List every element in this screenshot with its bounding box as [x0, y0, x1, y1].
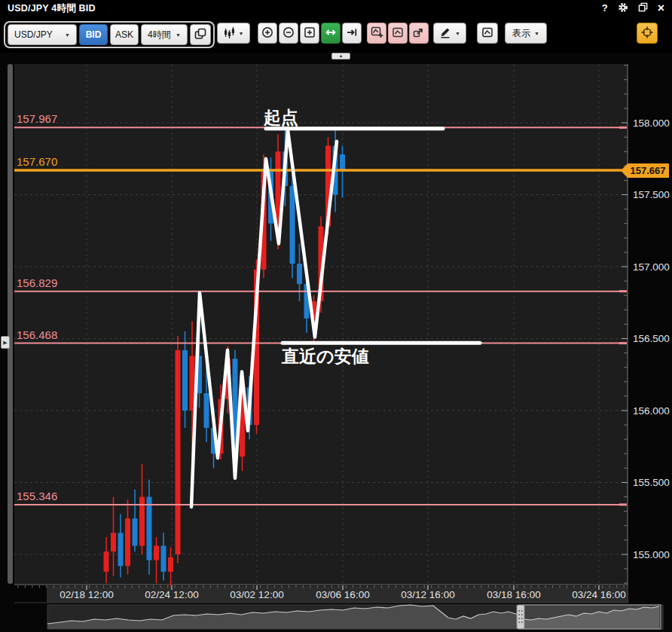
indicator-button[interactable] — [477, 23, 498, 44]
crosshair-target-icon — [640, 26, 654, 41]
symbol-group: USD/JPY ▼ BID ASK 4時間 ▼ — [4, 21, 215, 48]
price-tick-label: 157.500 — [633, 189, 670, 200]
candle-body — [290, 186, 295, 264]
chart-canvas[interactable]: 158.000157.500157.000156.500156.000155.5… — [0, 0, 672, 632]
pencil-icon — [439, 26, 451, 41]
zoom-reset-button[interactable] — [300, 23, 319, 44]
candle-body — [182, 350, 188, 411]
candle-body — [111, 533, 116, 551]
chevron-down-icon: ▼ — [534, 31, 539, 36]
expand-side-panel-button[interactable]: ▶ — [1, 336, 10, 349]
date-tick-label: 03/12 16:00 — [401, 589, 454, 600]
add-chart-button[interactable] — [367, 23, 386, 44]
titlebar-icons: ? × — [602, 2, 664, 15]
chart-type-select[interactable]: ▼ — [217, 23, 250, 44]
chart-window-icon — [392, 26, 404, 41]
annotation-text: 直近の安値 — [281, 347, 369, 366]
candle-body — [118, 533, 124, 566]
chart-window: 158.000157.500157.000156.500156.000155.5… — [0, 0, 672, 632]
candle-body — [204, 393, 209, 428]
symbol-select[interactable]: USD/JPY ▼ — [8, 24, 77, 45]
date-tick-label: 02/18 12:00 — [60, 589, 113, 600]
svg-text:157.667: 157.667 — [631, 165, 666, 176]
date-tick-label: 02/24 12:00 — [145, 589, 198, 600]
zoom-out-icon — [283, 26, 295, 41]
help-icon[interactable]: ? — [602, 3, 608, 14]
annotation-text: 起点 — [263, 108, 298, 127]
chart-plot-area — [14, 64, 628, 584]
fit-width-button-active[interactable] — [321, 23, 341, 44]
price-line-label: 157.967 — [17, 112, 57, 125]
collapse-toolbar-button[interactable]: ▲ — [331, 53, 350, 60]
arrow-to-end-icon — [346, 26, 358, 41]
candle-body — [147, 497, 152, 560]
draw-tools-select[interactable]: ▼ — [433, 23, 466, 44]
chevron-down-icon: ▼ — [239, 31, 244, 36]
zoom-in-icon — [261, 26, 273, 41]
candle-body — [154, 546, 159, 560]
fit-chart-icon — [304, 26, 316, 41]
left-panel-strip[interactable] — [8, 64, 13, 584]
price-line-label: 155.346 — [17, 490, 57, 502]
candle-body — [133, 518, 138, 545]
bid-button[interactable]: BID — [79, 24, 108, 45]
detach-chart-button[interactable] — [409, 23, 429, 44]
horizontal-arrows-icon — [325, 26, 337, 41]
close-icon[interactable]: × — [658, 3, 664, 14]
date-tick-label: 03/24 16:00 — [572, 589, 625, 600]
price-tick-label: 156.500 — [633, 333, 670, 344]
navigator-selection[interactable] — [524, 605, 661, 629]
price-tick-label: 155.000 — [633, 549, 670, 560]
candle-body — [176, 350, 181, 554]
candle-body — [168, 557, 173, 572]
popout-window-icon[interactable] — [638, 2, 648, 14]
compare-icon — [194, 28, 206, 42]
detach-chart-icon — [413, 26, 425, 41]
chart-list-button[interactable] — [388, 23, 408, 44]
candlestick-type-icon — [224, 26, 235, 41]
price-line-label: 156.468 — [17, 328, 57, 341]
price-tick-label: 158.000 — [633, 118, 670, 129]
price-tick-label: 157.000 — [633, 261, 670, 273]
compare-symbol-button[interactable] — [190, 24, 211, 45]
price-line-label: 157.670 — [17, 155, 57, 168]
date-tick-label: 03/06 16:00 — [316, 589, 369, 600]
current-price-badge: 157.667 — [621, 163, 669, 178]
zoom-group — [258, 23, 362, 44]
candle-body — [340, 154, 345, 171]
date-tick-label: 03/18 16:00 — [487, 589, 540, 600]
titlebar[interactable]: USD/JPY 4時間 BID ? × — [0, 0, 672, 17]
candle-body — [161, 546, 166, 572]
go-to-latest-button[interactable] — [342, 23, 362, 44]
ask-button[interactable]: ASK — [110, 24, 139, 45]
price-axis[interactable]: 158.000157.500157.000156.500156.000155.5… — [622, 66, 670, 584]
indicator-chart-icon — [481, 26, 493, 41]
date-tick-label: 03/02 12:00 — [230, 589, 283, 600]
navigator-handle[interactable] — [517, 605, 524, 629]
navigator[interactable] — [47, 605, 663, 629]
crosshair-mode-button[interactable] — [637, 23, 658, 44]
chart-management-group — [367, 23, 429, 44]
add-chart-icon — [371, 26, 383, 41]
zoom-out-button[interactable] — [279, 23, 298, 44]
candle-body — [104, 551, 109, 572]
candle-body — [297, 264, 302, 284]
toolbar: USD/JPY ▼ BID ASK 4時間 ▼ ▼ — [0, 17, 672, 53]
price-tick-label: 155.500 — [633, 477, 670, 488]
display-menu-button[interactable]: 表示 ▼ — [505, 23, 547, 44]
settings-gear-icon[interactable] — [618, 2, 628, 15]
price-tick-label: 156.000 — [633, 405, 670, 417]
zoom-in-button[interactable] — [258, 23, 277, 44]
price-line-label: 156.829 — [17, 276, 57, 289]
timeframe-select[interactable]: 4時間 ▼ — [141, 24, 188, 45]
candle-body — [125, 518, 130, 566]
chevron-down-icon: ▼ — [176, 32, 181, 38]
window-title: USD/JPY 4時間 BID — [8, 2, 96, 15]
chevron-down-icon: ▼ — [455, 31, 460, 36]
chevron-down-icon: ▼ — [65, 32, 70, 38]
